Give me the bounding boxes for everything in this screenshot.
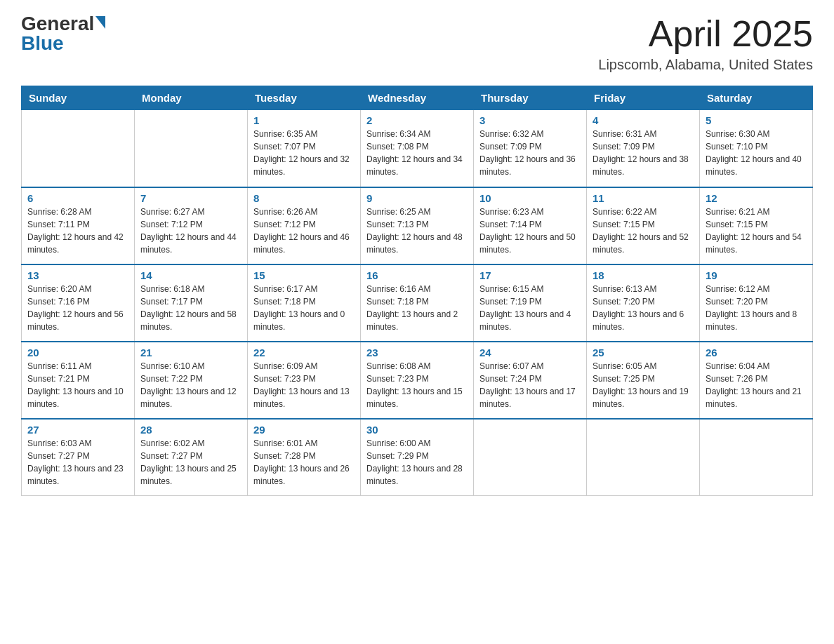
calendar-cell: 27Sunrise: 6:03 AMSunset: 7:27 PMDayligh… <box>22 419 135 496</box>
day-number: 1 <box>253 114 355 126</box>
logo-blue-text: Blue <box>21 32 64 55</box>
day-info: Sunrise: 6:16 AMSunset: 7:18 PMDaylight:… <box>366 283 468 333</box>
day-info: Sunrise: 6:28 AMSunset: 7:11 PMDaylight:… <box>27 206 128 256</box>
day-of-week-header: Monday <box>135 86 248 110</box>
calendar-cell: 24Sunrise: 6:07 AMSunset: 7:24 PMDayligh… <box>474 342 587 419</box>
day-of-week-header: Saturday <box>700 86 813 110</box>
calendar-cell <box>22 110 135 187</box>
day-info: Sunrise: 6:18 AMSunset: 7:17 PMDaylight:… <box>140 283 241 333</box>
day-number: 29 <box>253 424 355 436</box>
day-number: 13 <box>27 269 128 281</box>
day-info: Sunrise: 6:01 AMSunset: 7:28 PMDaylight:… <box>253 437 355 488</box>
logo-general-text: General <box>21 14 94 34</box>
day-info: Sunrise: 6:34 AMSunset: 7:08 PMDaylight:… <box>366 128 468 178</box>
day-info: Sunrise: 6:03 AMSunset: 7:27 PMDaylight:… <box>27 437 128 488</box>
day-number: 30 <box>366 424 468 436</box>
day-number: 9 <box>366 192 468 204</box>
day-info: Sunrise: 6:25 AMSunset: 7:13 PMDaylight:… <box>366 206 468 256</box>
day-info: Sunrise: 6:12 AMSunset: 7:20 PMDaylight:… <box>706 283 807 333</box>
day-number: 18 <box>593 269 694 281</box>
day-of-week-header: Sunday <box>22 86 135 110</box>
day-info: Sunrise: 6:11 AMSunset: 7:21 PMDaylight:… <box>27 360 128 410</box>
calendar-cell: 5Sunrise: 6:30 AMSunset: 7:10 PMDaylight… <box>700 110 813 187</box>
day-info: Sunrise: 6:17 AMSunset: 7:18 PMDaylight:… <box>253 283 355 333</box>
day-number: 7 <box>140 192 241 204</box>
calendar-cell: 8Sunrise: 6:26 AMSunset: 7:12 PMDaylight… <box>248 187 361 264</box>
day-number: 17 <box>479 269 581 281</box>
day-number: 15 <box>253 269 355 281</box>
day-of-week-header: Friday <box>587 86 700 110</box>
day-number: 20 <box>27 347 128 358</box>
calendar-cell <box>700 419 813 496</box>
calendar-cell: 13Sunrise: 6:20 AMSunset: 7:16 PMDayligh… <box>22 264 135 342</box>
day-info: Sunrise: 6:35 AMSunset: 7:07 PMDaylight:… <box>253 128 355 178</box>
day-info: Sunrise: 6:08 AMSunset: 7:23 PMDaylight:… <box>366 360 468 410</box>
day-number: 11 <box>593 192 694 204</box>
day-info: Sunrise: 6:05 AMSunset: 7:25 PMDaylight:… <box>593 360 694 410</box>
calendar-cell: 26Sunrise: 6:04 AMSunset: 7:26 PMDayligh… <box>700 342 813 419</box>
calendar-cell: 3Sunrise: 6:32 AMSunset: 7:09 PMDaylight… <box>474 110 587 187</box>
calendar-cell: 15Sunrise: 6:17 AMSunset: 7:18 PMDayligh… <box>248 264 361 342</box>
calendar-cell: 10Sunrise: 6:23 AMSunset: 7:14 PMDayligh… <box>474 187 587 264</box>
day-info: Sunrise: 6:02 AMSunset: 7:27 PMDaylight:… <box>140 437 241 488</box>
calendar-cell: 23Sunrise: 6:08 AMSunset: 7:23 PMDayligh… <box>361 342 474 419</box>
title-area: April 2025 Lipscomb, Alabama, United Sta… <box>598 14 813 73</box>
calendar-cell: 16Sunrise: 6:16 AMSunset: 7:18 PMDayligh… <box>361 264 474 342</box>
calendar-cell: 17Sunrise: 6:15 AMSunset: 7:19 PMDayligh… <box>474 264 587 342</box>
day-info: Sunrise: 6:23 AMSunset: 7:14 PMDaylight:… <box>479 206 581 256</box>
day-number: 24 <box>479 347 581 358</box>
day-info: Sunrise: 6:32 AMSunset: 7:09 PMDaylight:… <box>479 128 581 178</box>
calendar-cell: 18Sunrise: 6:13 AMSunset: 7:20 PMDayligh… <box>587 264 700 342</box>
calendar-cell: 12Sunrise: 6:21 AMSunset: 7:15 PMDayligh… <box>700 187 813 264</box>
day-number: 4 <box>593 114 694 126</box>
day-info: Sunrise: 6:27 AMSunset: 7:12 PMDaylight:… <box>140 206 241 256</box>
day-of-week-header: Thursday <box>474 86 587 110</box>
day-info: Sunrise: 6:30 AMSunset: 7:10 PMDaylight:… <box>706 128 807 178</box>
day-number: 19 <box>706 269 807 281</box>
day-info: Sunrise: 6:15 AMSunset: 7:19 PMDaylight:… <box>479 283 581 333</box>
calendar-cell: 20Sunrise: 6:11 AMSunset: 7:21 PMDayligh… <box>22 342 135 419</box>
day-number: 23 <box>366 347 468 358</box>
day-info: Sunrise: 6:31 AMSunset: 7:09 PMDaylight:… <box>593 128 694 178</box>
calendar-cell: 6Sunrise: 6:28 AMSunset: 7:11 PMDaylight… <box>22 187 135 264</box>
day-info: Sunrise: 6:07 AMSunset: 7:24 PMDaylight:… <box>479 360 581 410</box>
calendar-cell: 29Sunrise: 6:01 AMSunset: 7:28 PMDayligh… <box>248 419 361 496</box>
day-info: Sunrise: 6:13 AMSunset: 7:20 PMDaylight:… <box>593 283 694 333</box>
day-number: 26 <box>706 347 807 358</box>
day-number: 12 <box>706 192 807 204</box>
month-title: April 2025 <box>598 14 813 54</box>
logo: General Blue <box>21 14 105 55</box>
calendar-cell: 21Sunrise: 6:10 AMSunset: 7:22 PMDayligh… <box>135 342 248 419</box>
calendar-cell: 28Sunrise: 6:02 AMSunset: 7:27 PMDayligh… <box>135 419 248 496</box>
calendar-cell: 22Sunrise: 6:09 AMSunset: 7:23 PMDayligh… <box>248 342 361 419</box>
day-info: Sunrise: 6:20 AMSunset: 7:16 PMDaylight:… <box>27 283 128 333</box>
calendar-header-row: SundayMondayTuesdayWednesdayThursdayFrid… <box>22 86 813 110</box>
day-number: 6 <box>27 192 128 204</box>
day-number: 22 <box>253 347 355 358</box>
day-number: 27 <box>27 424 128 436</box>
calendar-cell: 14Sunrise: 6:18 AMSunset: 7:17 PMDayligh… <box>135 264 248 342</box>
calendar-cell: 25Sunrise: 6:05 AMSunset: 7:25 PMDayligh… <box>587 342 700 419</box>
day-info: Sunrise: 6:22 AMSunset: 7:15 PMDaylight:… <box>593 206 694 256</box>
calendar-cell: 2Sunrise: 6:34 AMSunset: 7:08 PMDaylight… <box>361 110 474 187</box>
day-info: Sunrise: 6:10 AMSunset: 7:22 PMDaylight:… <box>140 360 241 410</box>
day-number: 10 <box>479 192 581 204</box>
day-number: 25 <box>593 347 694 358</box>
calendar-cell <box>135 110 248 187</box>
day-info: Sunrise: 6:26 AMSunset: 7:12 PMDaylight:… <box>253 206 355 256</box>
calendar-table: SundayMondayTuesdayWednesdayThursdayFrid… <box>21 86 813 496</box>
day-info: Sunrise: 6:21 AMSunset: 7:15 PMDaylight:… <box>706 206 807 256</box>
day-number: 8 <box>253 192 355 204</box>
day-number: 21 <box>140 347 241 358</box>
location-subtitle: Lipscomb, Alabama, United States <box>598 57 813 73</box>
calendar-cell: 7Sunrise: 6:27 AMSunset: 7:12 PMDaylight… <box>135 187 248 264</box>
day-number: 14 <box>140 269 241 281</box>
calendar-cell: 9Sunrise: 6:25 AMSunset: 7:13 PMDaylight… <box>361 187 474 264</box>
day-number: 2 <box>366 114 468 126</box>
calendar-cell <box>474 419 587 496</box>
day-number: 28 <box>140 424 241 436</box>
calendar-cell <box>587 419 700 496</box>
calendar-cell: 30Sunrise: 6:00 AMSunset: 7:29 PMDayligh… <box>361 419 474 496</box>
day-info: Sunrise: 6:04 AMSunset: 7:26 PMDaylight:… <box>706 360 807 410</box>
day-info: Sunrise: 6:09 AMSunset: 7:23 PMDaylight:… <box>253 360 355 410</box>
